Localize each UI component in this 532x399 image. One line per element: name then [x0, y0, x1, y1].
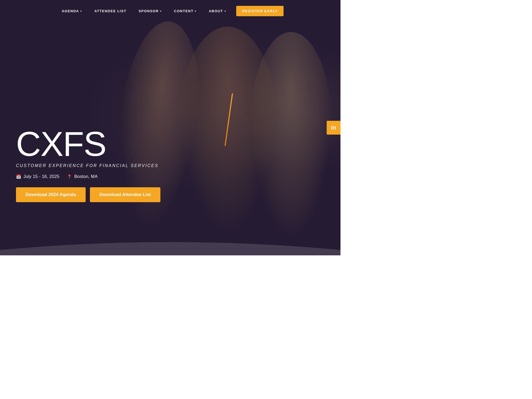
navbar: AGENDA ▾ ATTENDEE LIST SPONSOR ▾ CONTENT…	[0, 0, 340, 22]
nav-label-about: ABOUT	[209, 9, 223, 13]
nav-label-content: CONTENT	[174, 9, 193, 13]
hero-content: CXFS CUSTOMER EXPERIENCE FOR FINANCIAL S…	[16, 127, 160, 202]
linkedin-icon: in	[331, 124, 336, 131]
hero-date-text: July 15 - 16, 2025	[23, 174, 59, 179]
location-icon: 📍	[67, 174, 72, 179]
nav-items: AGENDA ▾ ATTENDEE LIST SPONSOR ▾ CONTENT…	[11, 6, 330, 16]
calendar-icon: 📅	[16, 174, 21, 179]
nav-label-agenda: AGENDA	[62, 9, 79, 13]
bg-person-3	[248, 32, 334, 239]
chevron-down-icon: ▾	[80, 10, 82, 13]
nav-item-about[interactable]: ABOUT ▾	[204, 7, 231, 15]
nav-label-sponsor: SPONSOR	[139, 9, 159, 13]
nav-item-agenda[interactable]: AGENDA ▾	[57, 7, 87, 15]
nav-item-sponsor[interactable]: SPONSOR ▾	[134, 7, 167, 15]
register-early-button[interactable]: REGISTER EARLY	[236, 6, 284, 16]
download-agenda-button[interactable]: Download 2024 Agenda	[16, 187, 86, 202]
hero-meta: 📅 July 15 - 16, 2025 📍 Boston, MA	[16, 174, 160, 179]
hero-location: 📍 Boston, MA	[67, 174, 98, 179]
nav-label-attendee-list: ATTENDEE LIST	[94, 9, 126, 13]
hero-buttons: Download 2024 Agenda Download Attendee L…	[16, 187, 160, 202]
chevron-down-icon-4: ▾	[225, 10, 226, 13]
hero-date: 📅 July 15 - 16, 2025	[16, 174, 59, 179]
linkedin-badge[interactable]: in	[327, 121, 340, 135]
download-attendee-list-button[interactable]: Download Attendee List	[90, 187, 160, 202]
hero-location-text: Boston, MA	[74, 174, 98, 179]
bottom-curve	[0, 234, 340, 255]
hero-section: AGENDA ▾ ATTENDEE LIST SPONSOR ▾ CONTENT…	[0, 0, 340, 255]
chevron-down-icon-2: ▾	[160, 10, 162, 13]
hero-subtitle: CUSTOMER EXPERIENCE FOR FINANCIAL SERVIC…	[16, 163, 160, 168]
nav-item-attendee-list[interactable]: ATTENDEE LIST	[90, 7, 131, 15]
chevron-down-icon-3: ▾	[195, 10, 197, 13]
nav-item-content[interactable]: CONTENT ▾	[169, 7, 201, 15]
hero-logo: CXFS	[16, 127, 160, 161]
